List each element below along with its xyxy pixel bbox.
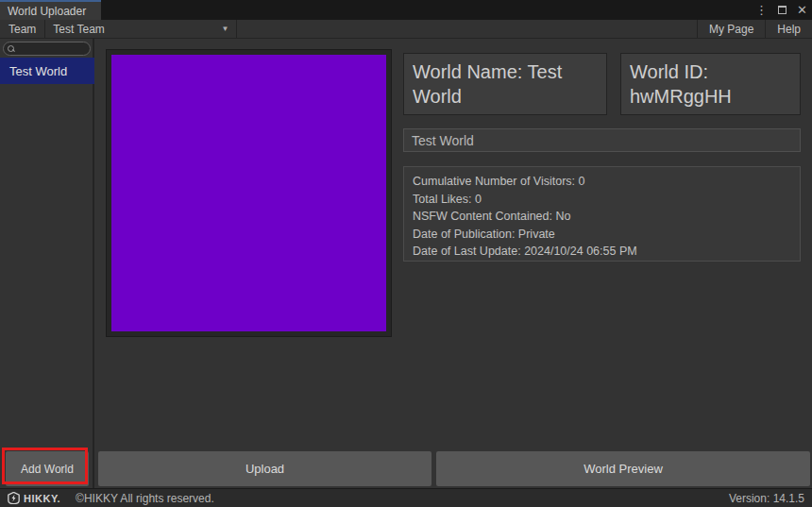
my-page-button[interactable]: My Page (698, 20, 765, 38)
team-dropdown-value: Test Team (53, 23, 104, 36)
team-dropdown[interactable]: Test Team ▼ (45, 20, 236, 38)
team-label: Team (0, 20, 44, 38)
world-list-sidebar: Test World (0, 39, 94, 488)
hikky-brand: HIKKY. (8, 492, 60, 504)
close-icon[interactable]: ✕ (797, 4, 807, 16)
toolbar-spacer (237, 20, 697, 38)
world-preview-button[interactable]: World Preview (436, 451, 810, 486)
sidebar-item-test-world[interactable]: Test World (0, 58, 94, 84)
help-label: Help (777, 23, 801, 36)
world-thumbnail-frame (106, 49, 392, 337)
stat-last-update: Date of Last Update: 2024/10/24 06:55 PM (413, 243, 791, 261)
my-page-label: My Page (709, 23, 753, 36)
title-bar: World Uploader ⋮ ✕ (0, 0, 812, 20)
add-world-button[interactable]: Add World (6, 451, 89, 486)
sidebar-item-label: Test World (9, 64, 67, 78)
world-id-header: World ID: hwMRggHH (620, 53, 801, 115)
tab-world-uploader[interactable]: World Uploader (0, 0, 101, 20)
toolbar: Team Test Team ▼ My Page Help (0, 20, 812, 39)
maximize-icon[interactable] (778, 6, 787, 14)
world-name-header: World Name: Test World (403, 53, 607, 115)
help-button[interactable]: Help (766, 20, 812, 38)
upload-button[interactable]: Upload (98, 451, 431, 486)
tab-title: World Uploader (8, 5, 86, 18)
hikky-logo-icon (8, 492, 20, 504)
stat-likes: Total Likes: 0 (413, 191, 791, 209)
stat-publication-date: Date of Publication: Private (413, 226, 791, 244)
status-bar: HIKKY. ©HIKKY All rights reserved. Versi… (0, 488, 812, 507)
world-stats-box: Cumulative Number of Visitors: 0 Total L… (403, 166, 801, 262)
chevron-down-icon: ▼ (221, 25, 228, 33)
search-icon (8, 45, 14, 52)
hikky-logo-text: HIKKY. (24, 493, 60, 504)
world-thumbnail-image (111, 55, 386, 331)
version-text: Version: 14.1.5 (729, 492, 804, 505)
stat-visitors: Cumulative Number of Visitors: 0 (413, 173, 791, 191)
world-name-field-value: Test World (412, 133, 474, 148)
menu-kebab-icon[interactable]: ⋮ (755, 4, 768, 16)
stat-nsfw: NSFW Content Contained: No (413, 208, 791, 226)
copyright-text: ©HIKKY All rights reserved. (76, 492, 214, 505)
window-controls: ⋮ ✕ (755, 0, 807, 20)
search-input[interactable] (3, 42, 91, 56)
world-uploader-window: World Uploader ⋮ ✕ Team Test Team ▼ My P… (0, 0, 812, 507)
world-name-field[interactable]: Test World (403, 128, 801, 152)
